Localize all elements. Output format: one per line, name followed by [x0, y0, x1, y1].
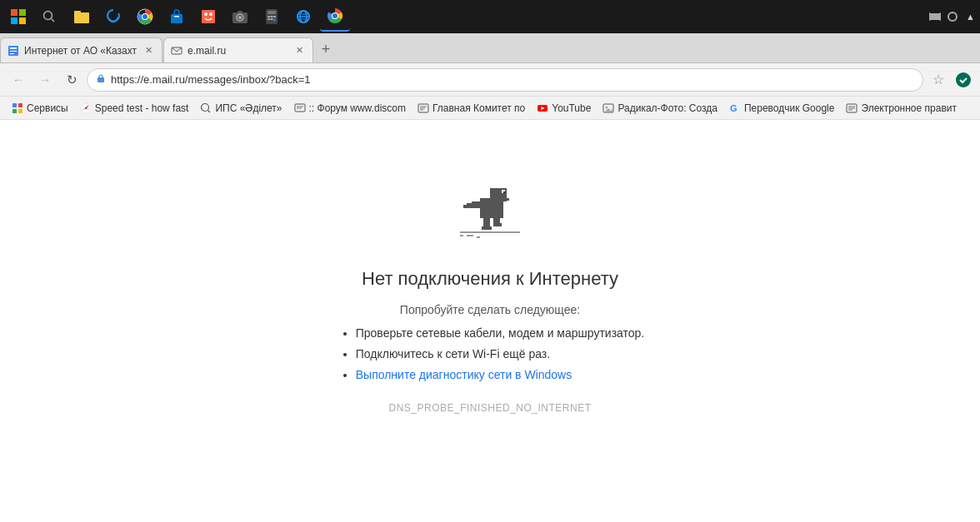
back-button[interactable]: ← [7, 68, 30, 92]
svg-rect-41 [12, 109, 17, 113]
svg-rect-81 [477, 236, 480, 238]
tab-close-internet[interactable]: ✕ [142, 44, 155, 57]
svg-point-58 [606, 106, 608, 108]
tab-label-email: e.mail.ru [188, 45, 288, 57]
bookmark-label-egov: Электронное правит [861, 102, 957, 114]
svg-point-7 [142, 14, 148, 19]
tab-favicon-email [171, 45, 182, 57]
svg-rect-34 [10, 51, 17, 52]
svg-point-31 [332, 13, 338, 18]
bookmark-speedtest[interactable]: Speed test - how fast [75, 99, 194, 117]
suggestion-1: Проверьте сетевые кабели, модем и маршру… [356, 323, 645, 344]
tab-email[interactable]: e.mail.ru ✕ [163, 37, 313, 62]
svg-text:G: G [730, 103, 738, 113]
taskbar-search-button[interactable] [35, 3, 63, 30]
tab-close-email[interactable]: ✕ [292, 44, 306, 57]
taskbar-ie[interactable] [288, 2, 318, 32]
reload-button[interactable]: ↻ [60, 68, 83, 92]
bookmark-forum[interactable]: :: Форум www.discom [289, 99, 411, 117]
bookmark-label-servisy: Сервисы [27, 102, 68, 114]
error-title: Нет подключения к Интернету [362, 268, 618, 290]
svg-rect-72 [463, 205, 468, 208]
error-suggestions: Проверьте сетевые кабели, модем и маршру… [336, 323, 645, 386]
svg-point-12 [209, 12, 212, 16]
taskbar-chrome[interactable] [130, 2, 160, 32]
bookmark-label-translate: Переводчик Google [744, 102, 835, 114]
bookmark-star-button[interactable]: ☆ [927, 68, 950, 92]
extension-kaspersky-icon[interactable] [953, 70, 973, 90]
new-tab-button[interactable]: + [314, 37, 338, 61]
taskbar-calculator[interactable] [257, 2, 287, 32]
address-bar[interactable]: https://e.mail.ru/messages/inbox/?back=1 [87, 68, 923, 92]
svg-rect-48 [295, 104, 305, 112]
svg-rect-75 [482, 226, 492, 230]
taskbar-chrome-active[interactable] [320, 2, 350, 32]
bookmark-favicon-main [418, 102, 429, 114]
bookmark-favicon-speedtest [80, 102, 92, 114]
svg-point-0 [44, 12, 52, 20]
forward-button[interactable]: → [33, 68, 57, 92]
svg-rect-39 [12, 103, 17, 107]
svg-rect-24 [273, 18, 276, 22]
bookmark-servisy[interactable]: Сервисы [7, 99, 73, 117]
bookmark-egov[interactable]: Электронное правит [841, 99, 962, 117]
svg-point-46 [202, 103, 209, 111]
svg-rect-8 [171, 14, 182, 23]
svg-rect-22 [268, 18, 270, 20]
bookmark-label-speedtest: Speed test - how fast [95, 102, 189, 114]
suggestion-2: Подключитесь к сети Wi-Fi ещё раз. [356, 344, 645, 365]
svg-line-47 [208, 110, 211, 112]
svg-point-45 [85, 107, 87, 109]
secure-lock-icon [96, 73, 106, 86]
bookmark-label-radical: Радикал-Фото: Созда [618, 102, 718, 114]
bookmark-favicon-ipc [200, 102, 212, 114]
taskbar-store[interactable] [162, 2, 192, 32]
taskbar-tray: ▲ [928, 9, 975, 24]
bookmark-label-forum: :: Форум www.discom [309, 102, 406, 114]
error-code: DNS_PROBE_FINISHED_NO_INTERNET [388, 402, 591, 414]
svg-rect-23 [271, 18, 273, 20]
bookmark-youtube[interactable]: YouTube [532, 99, 596, 117]
bookmark-radical[interactable]: Радикал-Фото: Созда [598, 99, 722, 117]
start-button[interactable] [5, 3, 32, 30]
taskbar-paint[interactable] [193, 2, 223, 32]
bookmark-favicon-radical [602, 102, 614, 114]
svg-rect-42 [18, 109, 22, 113]
error-subtitle: Попробуйте сделать следующее: [400, 303, 580, 316]
svg-rect-19 [268, 16, 270, 17]
svg-rect-18 [268, 11, 276, 14]
svg-rect-79 [460, 235, 463, 236]
tab-favicon-internet [8, 45, 19, 57]
svg-rect-21 [273, 16, 276, 17]
dino-illustration [457, 178, 523, 245]
svg-rect-20 [271, 16, 273, 17]
svg-rect-10 [202, 10, 215, 23]
tab-bar: Интернет от АО «Казахт ✕ e.mail.ru ✕ + [0, 33, 980, 63]
svg-rect-69 [504, 198, 509, 201]
svg-rect-77 [497, 203, 503, 208]
taskbar-camera[interactable] [225, 2, 255, 32]
suggestion-3[interactable]: Выполните диагностику сети в Windows [356, 365, 645, 385]
svg-point-15 [238, 16, 242, 19]
svg-point-11 [204, 12, 208, 16]
browser-window: Интернет от АО «Казахт ✕ e.mail.ru ✕ + ←… [0, 33, 980, 522]
tab-internet[interactable]: Интернет от АО «Казахт ✕ [0, 37, 162, 62]
svg-rect-35 [10, 53, 14, 54]
svg-rect-76 [493, 223, 502, 226]
bookmark-ipc[interactable]: ИПС «Әділет» [195, 99, 287, 117]
svg-rect-73 [483, 216, 490, 228]
bookmark-favicon-translate: G [729, 102, 741, 114]
svg-rect-4 [74, 12, 89, 22]
bookmark-main[interactable]: Главная Комитет по [412, 99, 530, 117]
dino-container [457, 178, 523, 248]
svg-line-1 [52, 19, 55, 22]
taskbar-file-explorer[interactable] [67, 2, 97, 32]
bookmark-translate[interactable]: G Переводчик Google [724, 99, 840, 117]
svg-rect-68 [503, 191, 505, 193]
diagnostics-link[interactable]: Выполните диагностику сети в Windows [356, 368, 572, 381]
svg-rect-40 [18, 103, 22, 107]
error-page: Нет подключения к Интернету Попробуйте с… [0, 120, 980, 522]
taskbar-edge[interactable] [98, 2, 128, 32]
bookmark-favicon-forum [294, 102, 306, 114]
taskbar: ▲ [0, 0, 980, 33]
